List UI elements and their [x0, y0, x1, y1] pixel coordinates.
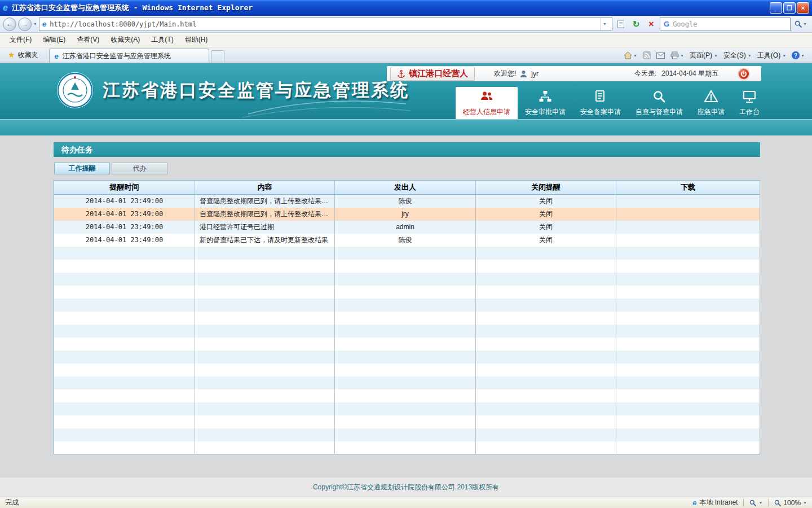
print-button[interactable]: ▼	[670, 51, 684, 59]
cell-sender	[335, 312, 476, 325]
tab-todo[interactable]: 代办	[112, 163, 167, 174]
workbench-icon	[742, 89, 757, 106]
print-icon	[670, 51, 679, 59]
command-bar: ▼ ▼ 页面(P)▼安全(S)▼工具(O)▼ ? ▼	[624, 48, 809, 63]
power-icon	[740, 71, 747, 77]
cell-content	[195, 428, 335, 441]
cell-time	[54, 428, 195, 441]
table-empty-row	[54, 364, 760, 376]
logout-button[interactable]	[738, 68, 750, 80]
new-tab-button[interactable]	[211, 50, 224, 63]
cell-close	[476, 376, 616, 389]
close-link[interactable]: 关闭	[476, 234, 616, 247]
toolbar-button-1[interactable]: 安全(S)▼	[723, 51, 752, 60]
zoom-level-button[interactable]: 100% ▼	[774, 499, 807, 507]
nav-safety-approval[interactable]: 安全审批申请	[518, 87, 573, 119]
home-button[interactable]: ▼	[624, 51, 637, 59]
search-button[interactable]: ▼	[792, 17, 809, 31]
nav-inspection[interactable]: 自查与督查申请	[628, 87, 690, 119]
nav-emergency[interactable]: 应急申请	[690, 87, 732, 119]
cell-content	[195, 260, 335, 273]
back-icon[interactable]: ←	[3, 17, 16, 31]
username: jyr	[531, 70, 539, 78]
close-link[interactable]: 关闭	[476, 195, 616, 208]
toolbar-button-2[interactable]: 工具(O)▼	[757, 51, 786, 60]
cell-download	[616, 389, 760, 402]
cell-content	[195, 299, 335, 312]
cell-content	[195, 364, 335, 376]
close-link[interactable]: 关闭	[476, 208, 616, 221]
cell-time	[54, 364, 195, 376]
cell-close	[476, 402, 616, 415]
menu-item-0[interactable]: 文件(F)	[5, 33, 37, 46]
search-input[interactable]: G Google	[660, 17, 791, 31]
table-empty-row	[54, 273, 760, 286]
browser-tab-active[interactable]: e 江苏省港口安全监管与应急管理系统	[49, 49, 209, 63]
tab-work-reminder[interactable]: 工作提醒	[54, 163, 110, 174]
cell-sender	[335, 260, 476, 273]
table-empty-row	[54, 402, 760, 415]
toolbar-button-0[interactable]: 页面(P)▼	[690, 51, 718, 60]
stop-icon[interactable]: ×	[645, 17, 658, 31]
menu-item-3[interactable]: 收藏夹(A)	[105, 33, 145, 46]
table-empty-row	[54, 312, 760, 325]
window-titlebar: e 江苏省港口安全监管与应急管理系统 - Windows Internet Ex…	[0, 0, 812, 16]
status-text: 完成	[5, 498, 19, 507]
cell-close	[476, 338, 616, 351]
cell-close	[476, 247, 616, 260]
table-header-row: 提醒时间内容发出人关闭提醒下载	[54, 181, 760, 195]
cell-time	[54, 441, 195, 454]
column-header: 关闭提醒	[476, 181, 616, 195]
tab-page-icon: e	[55, 52, 59, 60]
address-input[interactable]: e http://localhost:8080/yjpt/Main.html ▼	[39, 17, 612, 31]
cell-close	[476, 312, 616, 325]
cell-time: 2014-04-01 23:49:00	[54, 195, 195, 208]
compatibility-view-icon[interactable]	[614, 17, 628, 31]
feeds-button[interactable]	[643, 51, 651, 59]
menu-item-4[interactable]: 工具(T)	[146, 33, 178, 46]
favorites-button[interactable]: ★ 收藏夹	[3, 48, 43, 62]
forward-icon[interactable]: →	[18, 17, 32, 31]
address-dropdown-icon[interactable]: ▼	[600, 18, 609, 30]
address-bar: ← → ▼ e http://localhost:8080/yjpt/Main.…	[0, 16, 812, 33]
magnifier-icon	[774, 500, 781, 506]
security-zone: e 本地 Intranet	[692, 498, 738, 507]
menu-item-1[interactable]: 编辑(E)	[38, 33, 70, 46]
table-empty-row	[54, 325, 760, 338]
close-icon[interactable]: ×	[797, 2, 809, 14]
nav-workbench[interactable]: 工作台	[732, 87, 767, 119]
cell-download	[616, 428, 760, 441]
page-footer: Copyright©江苏省交通规划设计院股份有限公司 2013版权所有	[0, 478, 812, 497]
table-empty-row	[54, 415, 760, 428]
cell-content: 自查隐患整改期限已到，请上传整改结果…	[195, 208, 335, 221]
zoom-menu-button[interactable]: ▼	[749, 500, 762, 506]
table-empty-row	[54, 286, 760, 299]
read-mail-button[interactable]	[656, 52, 665, 59]
help-icon: ?	[792, 51, 800, 59]
cell-content	[195, 286, 335, 299]
site-logo	[56, 72, 94, 111]
close-link[interactable]: 关闭	[476, 221, 616, 234]
cell-content	[195, 376, 335, 389]
address-url[interactable]: http://localhost:8080/yjpt/Main.html	[50, 20, 597, 28]
nav-safety-record[interactable]: 安全备案申请	[573, 87, 628, 119]
refresh-icon[interactable]: ↻	[629, 17, 643, 31]
cell-content: 港口经营许可证号已过期	[195, 221, 335, 234]
cell-close	[476, 441, 616, 454]
cell-content	[195, 441, 335, 454]
cell-time	[54, 415, 195, 428]
content-area: 待办任务 工作提醒 代办 提醒时间内容发出人关闭提醒下载 2014-04-01 …	[0, 135, 812, 478]
nav-operator-info[interactable]: 经营人信息申请	[456, 87, 518, 119]
cell-download	[616, 441, 760, 454]
cell-download	[616, 338, 760, 351]
minimize-icon[interactable]: _	[770, 2, 782, 14]
cell-time	[54, 402, 195, 415]
menu-item-2[interactable]: 查看(V)	[72, 33, 104, 46]
maximize-icon[interactable]: ❐	[783, 2, 796, 14]
history-chevron-icon[interactable]: ▼	[33, 22, 37, 26]
help-button[interactable]: ? ▼	[792, 51, 805, 59]
page-icon: e	[42, 20, 46, 28]
menu-item-5[interactable]: 帮助(H)	[180, 33, 213, 46]
cell-time	[54, 286, 195, 299]
anchor-icon	[397, 69, 405, 78]
